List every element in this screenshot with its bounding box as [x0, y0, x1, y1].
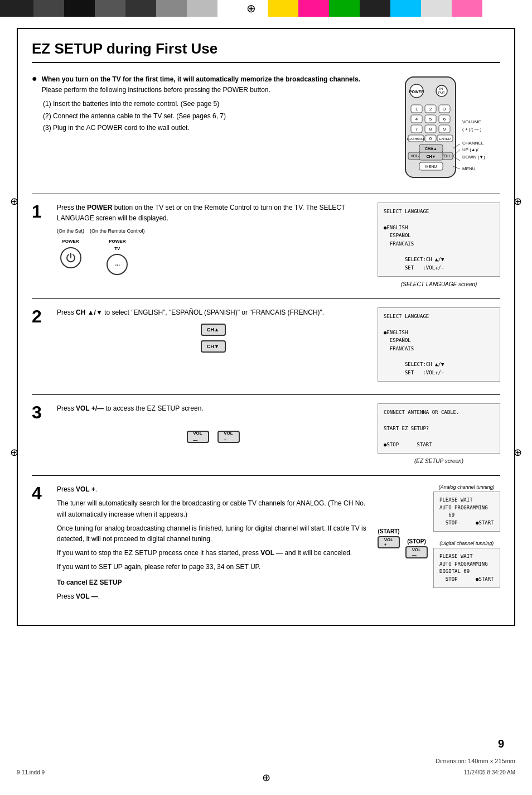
step-1-screen: SELECT LANGUAGE ●ENGLISH ESPAÑOL FRANCAI…	[378, 203, 500, 277]
stop-label: (STOP)	[407, 538, 426, 545]
svg-text:MENU: MENU	[425, 165, 437, 168]
cancel-text: Press VOL —.	[57, 591, 369, 602]
vol-plus-group: VOL +	[217, 431, 240, 443]
svg-text:8: 8	[429, 127, 432, 132]
analog-screen: PLEASE WAIT AUTO PROGRAMMING 69 STOP ●ST…	[433, 492, 500, 532]
power-button-remote: ···	[107, 254, 128, 275]
vol-minus-button[interactable]: VOL —	[187, 431, 209, 443]
color-block-r3	[329, 0, 360, 17]
step-3-text: Press VOL +/— to access the EZ SETUP scr…	[57, 403, 369, 414]
step-3-screen-text: CONNECT ANTENNA OR CABLE. START EZ SETUP…	[384, 408, 494, 449]
channel-screens: (Analog channel tunning) PLEASE WAIT AUT…	[433, 484, 500, 592]
remote-body: POWER IN- PUT 1 2 3 4	[400, 74, 461, 182]
start-label: (START)	[378, 528, 399, 534]
vol-plus-button[interactable]: VOL +	[217, 431, 240, 443]
analog-channel-area: (Analog channel tunning) PLEASE WAIT AUT…	[433, 484, 500, 536]
vol-minus-group: VOL —	[187, 431, 209, 443]
color-block-3	[64, 0, 95, 17]
analog-screen-text: PLEASE WAIT AUTO PROGRAMMING 69 STOP ●ST…	[439, 497, 494, 527]
color-block-r5	[390, 0, 421, 17]
vol-plus-start[interactable]: VOL +	[378, 536, 400, 548]
step-4-screen-area: (START) VOL + (STOP) VOL — (Analog chann…	[378, 484, 500, 597]
analog-label: (Analog channel tunning)	[433, 484, 500, 490]
step-2-screen-area: SELECT LANGUAGE ●ENGLISH ESPAÑOL FRANCAI…	[378, 307, 500, 386]
cancel-ez-setup-box: To cancel EZ SETUP Press VOL —.	[57, 577, 369, 602]
intro-main-text: When you turn on the TV for the first ti…	[42, 75, 360, 83]
step-1-screen-area: SELECT LANGUAGE ●ENGLISH ESPAÑOL FRANCAI…	[378, 203, 500, 290]
reg-mark-right-mid: ⊕	[514, 195, 522, 208]
step-3-screen-label: (EZ SETUP screen)	[378, 458, 500, 464]
svg-text:0: 0	[429, 136, 432, 141]
reg-mark-right-bot: ⊕	[514, 446, 522, 459]
step-4-number: 4	[32, 484, 49, 502]
reg-mark-top-center: ⊕	[234, 0, 268, 17]
color-block-r7	[452, 0, 482, 17]
svg-text:CH▼: CH▼	[426, 155, 436, 158]
color-block-r6	[421, 0, 452, 17]
step-1-screen-label: (SELECT LANGUAGE screen)	[378, 281, 500, 287]
step-2-content: Press CH ▲/▼ to select "ENGLISH", "ESPAÑ…	[57, 307, 369, 358]
step-4-text-3: If you want to stop the EZ SETUP process…	[57, 548, 369, 558]
step-2-screen-text: SELECT LANGUAGE ●ENGLISH ESPAÑOL FRANCAI…	[384, 312, 494, 377]
step-1-text: Press the POWER button on the TV set or …	[57, 203, 369, 224]
intro-sub1: Please perform the following instruction…	[42, 86, 270, 94]
top-color-bar: ⊕	[0, 0, 532, 17]
start-stop-buttons: (START) VOL + (STOP) VOL — (Analog chann…	[378, 484, 500, 592]
svg-text:PUT: PUT	[438, 91, 445, 94]
remote-svg: POWER IN- PUT 1 2 3 4	[400, 74, 461, 180]
digital-channel-area: (Digital channel tunning) PLEASE WAIT AU…	[433, 541, 500, 592]
volume-label: VOLUME( + )/( — )	[462, 119, 485, 133]
color-block-r4	[360, 0, 390, 17]
digital-label: (Digital channel tunning)	[433, 541, 500, 546]
step-1-content: Press the POWER button on the TV set or …	[57, 203, 369, 275]
power-icon-set	[65, 252, 76, 263]
right-color-blocks	[268, 0, 532, 17]
step-3-section: 3 Press VOL +/— to access the EZ SETUP s…	[32, 394, 500, 475]
on-remote-label: (On the Remote Control)	[90, 227, 145, 235]
svg-text:5: 5	[429, 117, 432, 122]
color-block-r1	[268, 0, 298, 17]
color-block-1	[0, 0, 33, 17]
svg-text:3: 3	[443, 107, 446, 112]
channel-label: CHANNELUP (▲)/DOWN (▼)	[462, 140, 485, 161]
color-block-7	[187, 0, 217, 17]
step-4-text-2: Once tuning for analog broadcasting chan…	[57, 523, 369, 545]
vol-minus-stop[interactable]: VOL —	[405, 546, 428, 558]
step-2-screen: SELECT LANGUAGE ●ENGLISH ESPAÑOL FRANCAI…	[378, 307, 500, 382]
intro-bullet-content: When you turn on the TV for the first ti…	[42, 74, 360, 95]
step-1-section: 1 Press the POWER button on the TV set o…	[32, 194, 500, 298]
intro-step-item-3: (3) Plug in the AC POWER cord to the wal…	[43, 123, 389, 133]
ch-up-button[interactable]: CH▲	[201, 324, 226, 336]
page-title: EZ SETUP during First Use	[32, 40, 500, 63]
start-button-group: (START) VOL +	[378, 528, 400, 548]
intro-bullet: ● When you turn on the TV for the first …	[32, 74, 389, 95]
svg-text:2: 2	[429, 107, 432, 112]
main-content-area: EZ SETUP during First Use ● When you tur…	[17, 28, 515, 626]
step-4-content: Press VOL +. The tuner will automaticall…	[57, 484, 369, 605]
step-1-diagram: (On the Set) POWER (On the Remote Contro…	[57, 227, 369, 275]
remote-annotation-labels: VOLUME( + )/( — ) CHANNELUP (▲)/DOWN (▼)…	[462, 119, 485, 173]
bullet-symbol: ●	[32, 74, 37, 83]
step-2-text: Press CH ▲/▼ to select "ENGLISH", "ESPAÑ…	[57, 307, 369, 318]
step-2-section: 2 Press CH ▲/▼ to select "ENGLISH", "ESP…	[32, 298, 500, 394]
dimension-text: Dimension: 140mm x 215mm	[436, 758, 515, 764]
svg-text:FLASHBACK: FLASHBACK	[407, 137, 425, 141]
color-block-r2	[298, 0, 329, 17]
on-remote-area: (On the Remote Control) POWERTV ···	[90, 227, 145, 275]
color-block-6	[156, 0, 187, 17]
step-3-content: Press VOL +/— to access the EZ SETUP scr…	[57, 403, 369, 443]
cancel-title: To cancel EZ SETUP	[57, 577, 369, 588]
power-tv-label: POWERTV	[109, 238, 125, 253]
svg-text:ENTER: ENTER	[439, 137, 451, 141]
step-4-section: 4 Press VOL +. The tuner will automatica…	[32, 475, 500, 614]
ch-down-button[interactable]: CH▼	[201, 340, 226, 353]
on-set-label: (On the Set)	[57, 227, 84, 235]
step-3-number: 3	[32, 403, 49, 421]
intro-text-block: ● When you turn on the TV for the first …	[32, 74, 389, 182]
power-label-set: POWER	[62, 238, 79, 245]
color-block-5	[125, 0, 156, 17]
svg-text:9: 9	[443, 127, 446, 132]
svg-text:POWER: POWER	[409, 90, 424, 94]
step-1-number: 1	[32, 203, 49, 220]
step-2-buttons: CH▲ CH▼	[57, 324, 369, 353]
